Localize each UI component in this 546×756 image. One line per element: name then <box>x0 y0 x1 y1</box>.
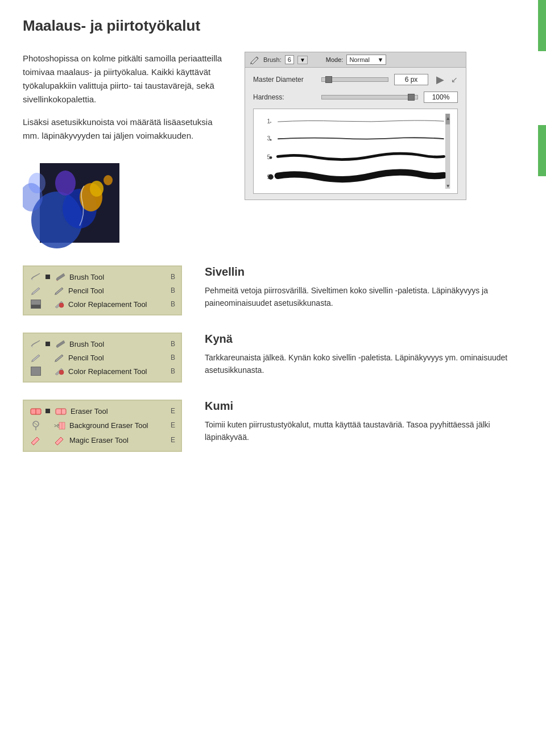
tool-menu-item-brush-2: Brush Tool B <box>24 337 181 351</box>
pencil-tool-icon-2 <box>30 352 42 363</box>
magic-eraser-tool-name: Magic Eraser Tool <box>69 436 167 445</box>
kumi-section: Eraser Tool E >8 Background Eras <box>23 400 523 452</box>
pencil-toolbar-icon <box>250 55 260 65</box>
tool-menu-3: Eraser Tool E >8 Background Eras <box>23 400 182 452</box>
sivellin-tool-menu: Brush Tool B Pencil Tool B <box>23 265 188 315</box>
brush-preview-svg: 1 3 5 9 <box>258 114 453 189</box>
brush-tool-shortcut-2: B <box>171 340 175 348</box>
kumi-tool-menu: Eraser Tool E >8 Background Eras <box>23 400 188 452</box>
kyna-title: Kynä <box>205 333 523 346</box>
kyna-text: Tarkkareunaista jälkeä. Kynän koko sivel… <box>205 351 523 377</box>
kumi-description: Kumi Toimii kuten piirrustustyökalut, mu… <box>205 400 523 444</box>
color-tool-icon-1 <box>30 299 42 309</box>
eraser-tool-shortcut: E <box>171 407 175 415</box>
eraser-icon-svg <box>30 406 42 416</box>
color-tool-name-2: Color Replacement Tool <box>68 367 167 376</box>
hardness-row: Hardness: 100% <box>253 92 458 103</box>
brush-tool-name-2: Brush Tool <box>69 340 167 348</box>
pencil-icon-svg-2 <box>30 353 42 362</box>
brush-tool-icon-2 <box>30 339 42 349</box>
magic-eraser-tool-shortcut: E <box>171 436 175 444</box>
color-tool-icon-2 <box>30 366 42 376</box>
color-tool-bottom-1 <box>31 305 40 308</box>
pencil-tool-shortcut-1: B <box>171 286 175 294</box>
sivellin-text: Pehmeitä vetoja piirrosvärillä. Siveltim… <box>205 284 523 310</box>
svg-line-29 <box>34 422 38 426</box>
tool-menu-item-pencil-1: Pencil Tool B <box>24 284 181 297</box>
kumi-title: Kumi <box>205 400 523 413</box>
tool-menu-item-color-1: Color Replacement Tool B <box>24 297 181 311</box>
brush-panel-section: Brush: 6 ▼ Mode: Normal ▼ Master Diamete… <box>245 52 483 248</box>
mode-select[interactable]: Normal ▼ <box>346 55 386 65</box>
kyna-section: Brush Tool B Pencil Tool B <box>23 333 523 383</box>
magic-eraser-tool-icon <box>30 435 42 445</box>
hardness-slider[interactable] <box>321 95 418 99</box>
master-diameter-label: Master Diameter <box>253 76 316 84</box>
tool-menu-item-eraser: Eraser Tool E <box>24 404 181 418</box>
brush-tool-name-1: Brush Tool <box>69 273 167 281</box>
eraser-tool-name: Eraser Tool <box>71 407 167 416</box>
bg-eraser-tool-shortcut: E <box>171 421 175 429</box>
kyna-tool-menu: Brush Tool B Pencil Tool B <box>23 333 188 383</box>
svg-point-10 <box>270 122 271 123</box>
master-diameter-arrow[interactable]: ▶ <box>436 73 444 86</box>
selected-bullet-2 <box>46 342 50 346</box>
mode-dropdown-arrow: ▼ <box>378 56 384 63</box>
brush-label: Brush: <box>263 56 282 63</box>
svg-point-16 <box>268 175 273 180</box>
brush-menu-icon-2 <box>55 339 66 348</box>
svg-point-14 <box>270 156 272 159</box>
eraser-bullet <box>46 409 50 413</box>
svg-point-8 <box>28 173 46 193</box>
svg-text:▲: ▲ <box>445 115 450 121</box>
color-tool-name-1: Color Replacement Tool <box>68 300 167 309</box>
color-tool-box-1 <box>31 300 41 309</box>
svg-rect-25 <box>56 409 66 414</box>
master-diameter-row: Master Diameter 6 px ▶ ↙ <box>253 73 458 86</box>
eraser-tool-icon <box>30 406 42 416</box>
pencil-menu-icon-2 <box>53 353 65 362</box>
intro-paragraph-2: Lisäksi asetusikkunoista voi määrätä lis… <box>23 115 228 143</box>
page-title: Maalaus- ja piirtotyökalut <box>23 17 523 35</box>
brush-panel-body: Master Diameter 6 px ▶ ↙ Hardness: 100% <box>245 68 466 200</box>
color-tool-shortcut-1: B <box>171 300 175 308</box>
magic-eraser-menu-icon <box>53 434 66 446</box>
sivellin-title: Sivellin <box>205 265 523 279</box>
pencil-icon-svg-1 <box>30 286 42 295</box>
bg-eraser-menu-icon: >8 <box>53 419 66 431</box>
bg-eraser-tool-name: Background Eraser Tool <box>69 421 167 430</box>
brush-icon-svg-1 <box>30 272 42 281</box>
master-diameter-corner: ↙ <box>451 75 458 84</box>
bg-eraser-tool-icon <box>30 420 42 430</box>
magic-eraser-icon-svg <box>30 434 42 446</box>
svg-text:1: 1 <box>267 118 270 124</box>
bg-eraser-icon-svg <box>30 419 42 431</box>
sivellin-description: Sivellin Pehmeitä vetoja piirrosvärillä.… <box>205 265 523 310</box>
tool-menu-item-pencil-2: Pencil Tool B <box>24 351 181 364</box>
mode-label: Mode: <box>326 56 344 63</box>
brush-menu-icon-1 <box>55 272 66 281</box>
paint-demo-svg <box>23 152 136 248</box>
sivellin-section: Brush Tool B Pencil Tool B <box>23 265 523 315</box>
pencil-tool-shortcut-2: B <box>171 354 175 362</box>
eraser-menu-icon <box>55 406 67 416</box>
color-tool-box-2 <box>31 367 41 376</box>
tool-menu-1: Brush Tool B Pencil Tool B <box>23 265 182 315</box>
pencil-menu-icon-1 <box>53 286 65 295</box>
paint-demo <box>23 152 136 248</box>
tool-menu-item-brush-1: Brush Tool B <box>24 270 181 284</box>
svg-rect-17 <box>445 114 450 189</box>
hardness-label: Hardness: <box>253 93 316 101</box>
brush-tool-icon-1 <box>30 272 42 282</box>
master-diameter-slider[interactable] <box>321 77 388 82</box>
color-tool-shortcut-2: B <box>171 367 175 375</box>
brush-icon-svg-2 <box>30 339 42 348</box>
brush-size[interactable]: 6 <box>285 55 294 64</box>
svg-point-22 <box>59 370 64 375</box>
pencil-tool-icon-1 <box>30 285 42 296</box>
brush-size-down[interactable]: ▼ <box>297 56 308 64</box>
pencil-tool-name-1: Pencil Tool <box>68 286 167 295</box>
tool-menu-2: Brush Tool B Pencil Tool B <box>23 333 182 383</box>
selected-bullet-1 <box>46 275 50 279</box>
mode-value: Normal <box>349 56 369 63</box>
